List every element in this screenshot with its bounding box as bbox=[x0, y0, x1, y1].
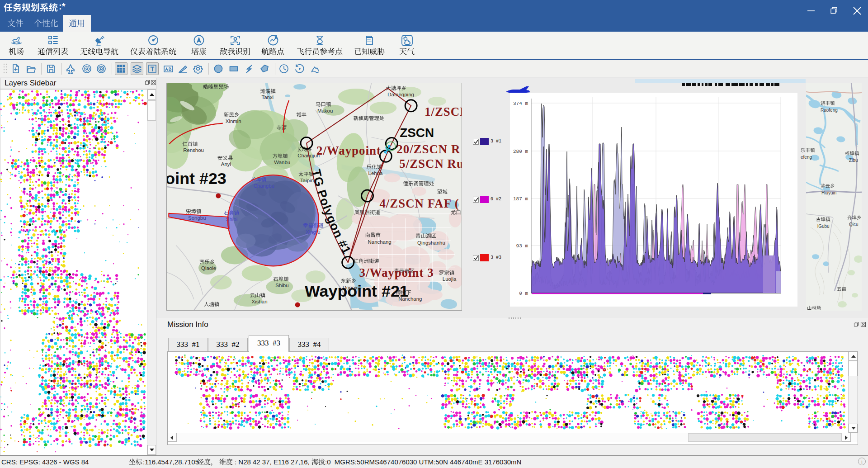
svg-text:0 m: 0 m bbox=[519, 291, 528, 296]
svg-text:280 m: 280 m bbox=[513, 149, 528, 154]
svg-text:187 m: 187 m bbox=[513, 196, 528, 202]
svg-text:374 m: 374 m bbox=[513, 101, 528, 106]
svg-text:93 m: 93 m bbox=[516, 243, 528, 249]
